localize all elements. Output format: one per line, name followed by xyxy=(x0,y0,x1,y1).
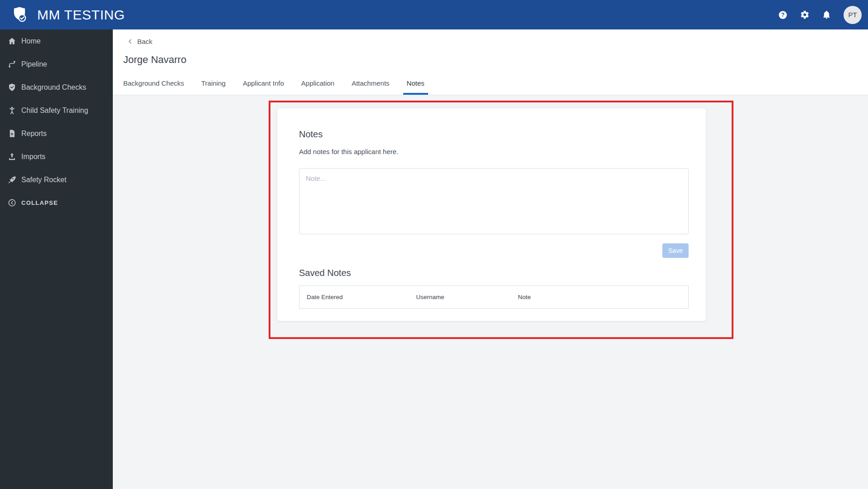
tab-application[interactable]: Application xyxy=(298,79,338,95)
page-title: Jorge Navarro xyxy=(123,54,868,66)
tab-background-checks[interactable]: Background Checks xyxy=(120,79,188,95)
sidebar-item-label: Pipeline xyxy=(21,60,47,68)
sidebar-item-safety-rocket[interactable]: Safety Rocket xyxy=(0,168,113,191)
sidebar: Home Pipeline Background Checks Chi xyxy=(0,29,113,489)
table-header-row: Date Entered Username Note xyxy=(299,286,688,308)
notes-actions: Save xyxy=(299,243,689,258)
sidebar-collapse-button[interactable]: COLLAPSE xyxy=(0,191,113,214)
tab-notes[interactable]: Notes xyxy=(403,79,428,95)
sidebar-item-label: Reports xyxy=(21,130,47,138)
shield-check-icon xyxy=(7,82,17,92)
content-area: Notes Add notes for this applicant here.… xyxy=(113,95,868,489)
app-title: MM TESTING xyxy=(37,7,125,23)
notes-heading: Notes xyxy=(299,129,689,140)
saved-notes-heading: Saved Notes xyxy=(299,268,689,278)
svg-text:?: ? xyxy=(781,12,784,18)
column-header-username: Username xyxy=(416,286,518,308)
notes-description: Add notes for this applicant here. xyxy=(299,148,689,155)
sidebar-item-label: Home xyxy=(21,37,41,45)
topbar: MM TESTING ? PT xyxy=(0,0,868,29)
sidebar-item-home[interactable]: Home xyxy=(0,29,113,53)
back-label: Back xyxy=(137,38,152,45)
shield-check-logo[interactable] xyxy=(11,5,28,25)
upload-icon xyxy=(7,152,17,162)
page-header: Back Jorge Navarro Background Checks Tra… xyxy=(113,29,868,95)
topbar-actions: ? PT xyxy=(771,5,862,25)
column-header-note: Note xyxy=(518,286,688,308)
saved-notes-table: Date Entered Username Note xyxy=(299,286,689,309)
report-icon xyxy=(7,129,17,139)
sidebar-item-pipeline[interactable]: Pipeline xyxy=(0,53,113,76)
sidebar-item-label: Safety Rocket xyxy=(21,176,67,184)
annotation-rectangle: Notes Add notes for this applicant here.… xyxy=(269,101,733,339)
sidebar-item-label: Imports xyxy=(21,153,45,161)
child-icon xyxy=(7,106,17,116)
column-header-date-entered: Date Entered xyxy=(299,286,416,308)
rocket-icon xyxy=(7,175,17,185)
home-icon xyxy=(7,36,17,46)
help-icon[interactable]: ? xyxy=(773,5,793,25)
gear-icon[interactable] xyxy=(795,5,815,25)
tab-training[interactable]: Training xyxy=(198,79,229,95)
chevron-left-icon xyxy=(127,39,134,45)
sidebar-item-label: Background Checks xyxy=(21,83,86,92)
sidebar-item-child-safety-training[interactable]: Child Safety Training xyxy=(0,99,113,122)
bell-icon[interactable] xyxy=(816,5,836,25)
tab-attachments[interactable]: Attachments xyxy=(348,79,393,95)
pipeline-icon xyxy=(7,59,17,69)
sidebar-collapse-label: COLLAPSE xyxy=(21,199,58,206)
main-content: Back Jorge Navarro Background Checks Tra… xyxy=(113,29,868,489)
avatar[interactable]: PT xyxy=(844,6,862,24)
notes-card: Notes Add notes for this applicant here.… xyxy=(277,108,706,321)
sidebar-item-imports[interactable]: Imports xyxy=(0,145,113,168)
note-input[interactable] xyxy=(299,168,689,234)
tab-applicant-info[interactable]: Applicant Info xyxy=(239,79,288,95)
tab-bar: Background Checks Training Applicant Inf… xyxy=(120,79,438,95)
back-button[interactable]: Back xyxy=(127,38,152,45)
sidebar-item-label: Child Safety Training xyxy=(21,107,88,115)
sidebar-item-reports[interactable]: Reports xyxy=(0,122,113,145)
sidebar-item-background-checks[interactable]: Background Checks xyxy=(0,76,113,99)
save-button[interactable]: Save xyxy=(662,243,689,258)
chevron-left-circle-icon xyxy=(7,198,17,208)
